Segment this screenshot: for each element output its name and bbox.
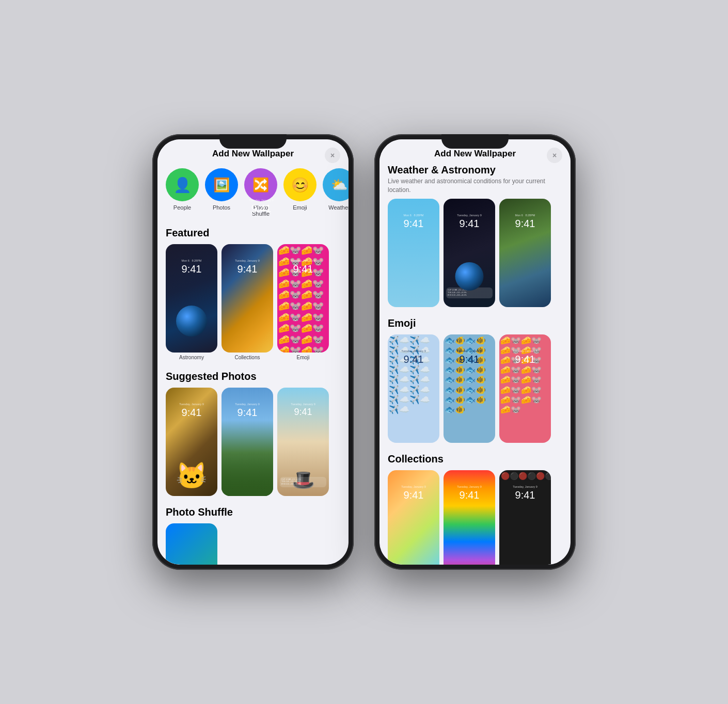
- categories-row-left: 👤 People 🖼️ Photos 🔀 PhotoShuffle: [157, 164, 349, 225]
- wallpaper-sheet-left: Add New Wallpaper × 👤 People 🖼️ P: [157, 139, 349, 565]
- featured-card-astronomy[interactable]: Mon 6 8:28PM 9:41 Astronomy: [166, 244, 217, 360]
- astronomy-label: Astronomy: [179, 353, 204, 360]
- emoji-icon: 😊: [283, 168, 316, 201]
- sheet-title-left: Add New Wallpaper: [212, 149, 294, 159]
- phone-screen-right: Add New Wallpaper × Weather & Astronomy …: [379, 139, 571, 565]
- emoji-section-label: Emoji: [379, 315, 571, 334]
- sheet-scroll-left[interactable]: Featured Mon 6 8:28PM 9:41 Astronomy: [157, 225, 349, 565]
- shuffle-icon: 🔀: [244, 168, 277, 201]
- emoji-featured-label: Emoji: [296, 353, 309, 360]
- phone-right: Add New Wallpaper × Weather & Astronomy …: [374, 134, 576, 570]
- weather-sky-card[interactable]: Mon 6 8:28PM 9:41: [388, 199, 439, 307]
- weather-icon: ⛅: [323, 168, 349, 201]
- collections-wallpaper[interactable]: Tuesday, January 9 9:41: [221, 244, 273, 353]
- emoji-wallpaper[interactable]: 🧀🐭🧀🐭🧀🐭🧀🐭🧀🐭🧀🐭🧀🐭🧀🐭🧀🐭🧀🐭🧀🐭🧀🐭🧀🐭🧀🐭🧀🐭🧀🐭🧀🐭🧀🐭🧀🐭🧀🐭…: [277, 244, 329, 353]
- photo-shuffle-card[interactable]: Tuesday, January 9 9:41: [166, 523, 217, 565]
- coll-gradient-card[interactable]: Tuesday, January 9 9:41: [388, 470, 439, 565]
- weather-dark-card[interactable]: Tuesday, January 9 9:41 CUP 12 MB +3.1 +…: [444, 199, 495, 307]
- phone-notch: [219, 134, 287, 149]
- cat-photo-card[interactable]: Tuesday, January 9 9:41 🐱: [166, 388, 217, 496]
- featured-card-emoji[interactable]: 🧀🐭🧀🐭🧀🐭🧀🐭🧀🐭🧀🐭🧀🐭🧀🐭🧀🐭🧀🐭🧀🐭🧀🐭🧀🐭🧀🐭🧀🐭🧀🐭🧀🐭🧀🐭🧀🐭🧀🐭…: [277, 244, 329, 360]
- suggested-grid: Tuesday, January 9 9:41 🐱 Tuesday, Janua…: [157, 388, 349, 504]
- phone-notch-right: [441, 134, 509, 149]
- emoji-grid: ✈️☁️✈️☁️✈️☁️✈️☁️✈️☁️✈️☁️✈️☁️✈️☁️✈️☁️✈️☁️…: [379, 334, 571, 451]
- earth-globe-icon: [176, 306, 207, 337]
- collections-label: Collections: [235, 353, 260, 360]
- coll-pride-card[interactable]: Tuesday, January 9 9:41: [444, 470, 495, 565]
- suggested-section-label: Suggested Photos: [157, 369, 349, 388]
- weather-grid: Mon 6 8:28PM 9:41 Tuesday, January 9 9:4…: [379, 199, 571, 315]
- photos-icon: 🖼️: [205, 168, 238, 201]
- disney-photo-card[interactable]: Tuesday, January 9 9:41 🎩 CUP 12 MB +3.1…: [277, 388, 329, 496]
- weather-header: Weather & Astronomy Live weather and ast…: [379, 164, 571, 199]
- close-button-right[interactable]: ×: [547, 148, 562, 163]
- dark-emoji-pattern: 🔴⚫🔴⚫🔴⚫🔴⚫🔴⚫🔴⚫🔴⚫🔴⚫🔴⚫🔴⚫🔴⚫🔴⚫🔴⚫: [499, 470, 551, 565]
- emoji-cheese-card[interactable]: 🧀🐭🧀🐭🧀🐭🧀🐭🧀🐭🧀🐭🧀🐭🧀🐭🧀🐭🧀🐭🧀🐭🧀🐭🧀🐭🧀🐭🧀🐭 Tuesday, …: [499, 334, 551, 443]
- phone-left: Add New Wallpaper × 👤 People 🖼️ P: [152, 134, 354, 570]
- photo-shuffle-row: Tuesday, January 9 9:41: [157, 523, 349, 565]
- cat-emoji: 🐱: [176, 461, 208, 491]
- featured-card-collections[interactable]: Tuesday, January 9 9:41 Collections: [221, 244, 273, 360]
- sheet-title-right: Add New Wallpaper: [434, 149, 516, 159]
- stats-widget: CUP 12 MB +3.1 +1.3% TOK 4.46 +155 +22.9…: [280, 477, 326, 488]
- weather-terrain-card[interactable]: Mon 6 8:28PM 9:41: [499, 199, 551, 307]
- weather-desc: Live weather and astronomical conditions…: [388, 177, 562, 195]
- field-grass: [221, 453, 273, 496]
- field-photo-card[interactable]: Tuesday, January 9 9:41: [221, 388, 273, 496]
- wallpaper-sheet-right: Add New Wallpaper × Weather & Astronomy …: [379, 139, 571, 565]
- astronomy-wallpaper[interactable]: Mon 6 8:28PM 9:41: [166, 244, 217, 353]
- collections-section-label: Collections: [379, 451, 571, 470]
- sheet-scroll-right[interactable]: Weather & Astronomy Live weather and ast…: [379, 164, 571, 565]
- featured-grid: Mon 6 8:28PM 9:41 Astronomy Tuesday, Jan…: [157, 244, 349, 369]
- coll-dark-card[interactable]: 🔴⚫🔴⚫🔴⚫🔴⚫🔴⚫🔴⚫🔴⚫🔴⚫🔴⚫🔴⚫🔴⚫🔴⚫🔴⚫ Tuesday, Janu…: [499, 470, 551, 565]
- earth-globe-right: [455, 262, 484, 291]
- close-button-left[interactable]: ×: [325, 148, 340, 163]
- people-icon: 👤: [166, 168, 199, 201]
- weather-title: Weather & Astronomy: [388, 164, 562, 176]
- phone-screen-left: Add New Wallpaper × 👤 People 🖼️ P: [157, 139, 349, 565]
- emoji-planes-card[interactable]: ✈️☁️✈️☁️✈️☁️✈️☁️✈️☁️✈️☁️✈️☁️✈️☁️✈️☁️✈️☁️…: [388, 334, 439, 443]
- featured-section-label: Featured: [157, 225, 349, 244]
- emoji-fish-card[interactable]: 🐟🐠🐟🐠🐟🐠🐟🐠🐟🐠🐟🐠🐟🐠🐟🐠🐟🐠🐟🐠🐟🐠🐟🐠🐟🐠🐟🐠🐟🐠 Tuesday, …: [444, 334, 495, 443]
- collections-grid: Tuesday, January 9 9:41 Tuesday, January…: [379, 470, 571, 565]
- photo-shuffle-section-label: Photo Shuffle: [157, 504, 349, 523]
